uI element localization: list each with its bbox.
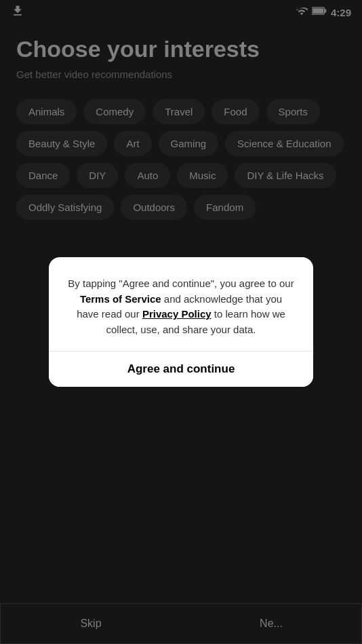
terms-dialog: By tapping "Agree and continue", you agr… (49, 257, 313, 387)
dialog-overlay: By tapping "Agree and continue", you agr… (0, 0, 362, 644)
dialog-text: By tapping "Agree and continue", you agr… (68, 276, 294, 337)
dialog-body: By tapping "Agree and continue", you agr… (49, 257, 313, 351)
tos-link[interactable]: Terms of Service (80, 293, 161, 305)
privacy-link[interactable]: Privacy Policy (142, 308, 212, 320)
agree-continue-button[interactable]: Agree and continue (49, 352, 313, 387)
